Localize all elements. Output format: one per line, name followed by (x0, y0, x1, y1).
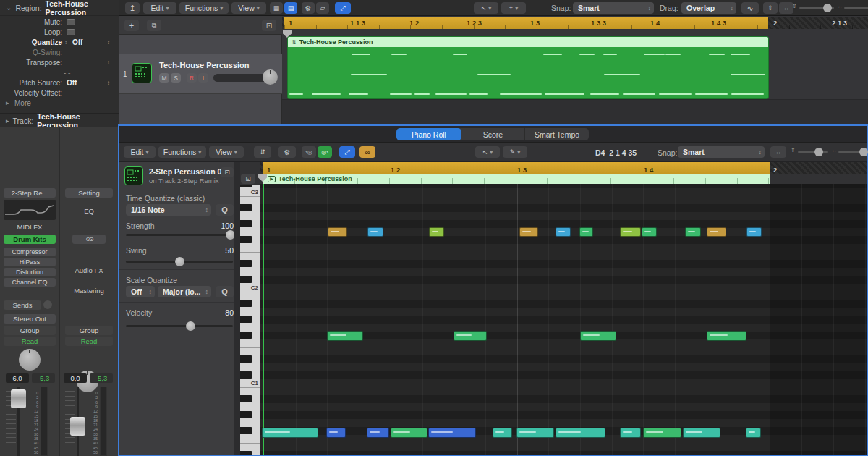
waveform-zoom-icon[interactable]: ∿ (741, 2, 759, 14)
scale-mode-select[interactable]: Major (lo...↕ (158, 286, 211, 297)
midi-note[interactable] (367, 227, 383, 237)
instrument-slot-button[interactable]: Drum Kits (4, 235, 56, 244)
tab-piano-roll[interactable]: Piano Roll (396, 128, 461, 140)
midi-note[interactable] (580, 331, 616, 341)
fader-cap[interactable] (70, 417, 85, 436)
pencil-tool-menu[interactable]: ✎▾ (503, 146, 527, 158)
automation-mode-button[interactable]: Read (4, 337, 56, 346)
solo-button[interactable]: S (171, 73, 181, 83)
collapse-lanes-icon[interactable]: ↔ (770, 146, 786, 158)
midi-note[interactable] (367, 428, 389, 438)
output-button[interactable]: Stereo Out (4, 314, 56, 324)
collapse-tracks-icon[interactable]: ↔ (779, 2, 793, 14)
patch-preset-button[interactable]: 2-Step Re... (4, 188, 56, 198)
eq-thumbnail[interactable] (4, 200, 56, 220)
midi-note[interactable] (327, 331, 363, 341)
audio-fx-slot-button[interactable]: Compressor (4, 248, 56, 256)
snap-select[interactable]: Smart↕ (573, 2, 654, 14)
stereo-format-button[interactable]: ⊙⊙ (72, 235, 106, 244)
disclosure-chevron-icon[interactable]: ▸ (6, 117, 9, 124)
black-key[interactable] (240, 395, 252, 402)
param-label[interactable]: More (14, 99, 31, 107)
edit-menu[interactable]: Edit▾ (124, 146, 156, 158)
midi-note[interactable] (429, 227, 444, 237)
track-pan-knob[interactable] (263, 69, 278, 85)
black-key[interactable] (240, 260, 252, 267)
black-key[interactable] (240, 236, 252, 243)
midi-note[interactable] (516, 428, 554, 438)
black-key[interactable] (240, 204, 252, 211)
marquee-icon[interactable]: ▱ (316, 2, 329, 14)
param-value[interactable]: Off (72, 38, 82, 46)
midi-note[interactable] (326, 428, 346, 438)
group-button[interactable]: Group (65, 326, 113, 335)
stepper-icon[interactable]: ↕ (107, 80, 110, 86)
swing-value[interactable]: 50 (206, 246, 234, 255)
local-inspector-button[interactable]: ⊡ (221, 167, 234, 177)
black-key[interactable] (240, 316, 252, 323)
record-enable-button[interactable]: R (187, 73, 197, 83)
tab-smart-tempo[interactable]: Smart Tempo (525, 128, 589, 140)
param-value[interactable]: Off (67, 79, 77, 87)
black-key[interactable] (240, 300, 252, 307)
black-key[interactable] (240, 276, 252, 283)
volume-value[interactable]: 0,0 (64, 373, 87, 383)
zoom-slider-knob[interactable] (814, 148, 823, 156)
black-key[interactable] (240, 427, 252, 434)
secondary-tool-menu[interactable]: +▾ (501, 2, 526, 14)
scale-quantize-apply-button[interactable]: Q (216, 286, 234, 297)
vertical-zoom-slider[interactable]: ⇕ (798, 151, 828, 153)
time-quantize-select[interactable]: 1/16 Note↕ (126, 204, 211, 216)
slider-knob[interactable] (186, 321, 195, 331)
link-icon[interactable]: ∞ (359, 146, 375, 158)
view-menu[interactable]: View▾ (209, 146, 244, 158)
velocity-slider[interactable] (126, 325, 233, 327)
stepper-icon[interactable]: ↕ (107, 39, 110, 46)
midi-out-icon[interactable]: ◎› (318, 146, 332, 158)
vertical-auto-zoom-icon[interactable]: ⇳ (763, 2, 778, 14)
setting-button[interactable]: Setting (65, 188, 113, 198)
add-track-button[interactable]: + (124, 20, 139, 31)
track-inspector-header[interactable]: ▸ Track: Tech-House Percussion (0, 113, 119, 127)
mastering-label[interactable]: Mastering (65, 287, 113, 295)
zoom-slider-knob[interactable] (859, 148, 868, 156)
horizontal-zoom-slider[interactable]: ↔ (838, 151, 864, 153)
stepper-icon[interactable]: ↕ (64, 39, 67, 46)
piano-keyboard[interactable]: C3C2C1 (240, 185, 260, 455)
midi-note[interactable] (746, 227, 762, 237)
more-disclosure[interactable]: ▸ (6, 99, 9, 106)
zoom-slider-knob[interactable] (823, 4, 832, 12)
automation-mode-button[interactable]: Read (65, 337, 113, 346)
fader-cap[interactable] (11, 389, 26, 408)
region-inspector-header[interactable]: ⌄ Region: Tech-House Percussion (0, 0, 119, 16)
midi-note[interactable] (556, 428, 605, 438)
midi-fx-label[interactable]: MIDI FX (4, 223, 56, 231)
swing-slider[interactable] (126, 261, 233, 263)
black-key[interactable] (240, 355, 252, 363)
slider-knob[interactable] (175, 257, 184, 266)
auto-define-velocity-icon[interactable]: ⇵ (254, 146, 271, 158)
black-key[interactable] (240, 411, 252, 418)
scale-root-select[interactable]: Off↕ (126, 286, 155, 297)
group-button[interactable]: Group (4, 326, 56, 335)
param-checkbox[interactable] (67, 29, 75, 35)
audio-fx-label[interactable]: Audio FX (65, 266, 113, 274)
midi-note[interactable] (746, 428, 761, 438)
mute-button[interactable]: M (159, 73, 169, 83)
grid-icon[interactable]: ▦ (270, 2, 283, 14)
velocity-value[interactable]: 80 (206, 308, 234, 317)
duplicate-track-button[interactable]: ⧉ (147, 20, 161, 31)
audio-fx-slot-button[interactable]: HiPass (4, 258, 56, 266)
pointer-tool-menu[interactable]: ↖▾ (475, 146, 500, 158)
midi-note[interactable] (493, 428, 512, 438)
catch-playhead-icon[interactable]: ⤢ (339, 146, 355, 158)
tab-score[interactable]: Score (461, 128, 525, 140)
catch-playhead-icon[interactable]: ⤢ (335, 2, 351, 14)
drag-select[interactable]: Overlap↕ (681, 2, 736, 14)
strength-slider[interactable] (126, 234, 233, 236)
input-monitor-button[interactable]: I (198, 73, 208, 83)
edit-menu[interactable]: Edit▾ (143, 2, 176, 14)
pointer-tool-menu[interactable]: ↖▾ (474, 2, 498, 14)
sends-label[interactable]: Sends (4, 300, 41, 310)
midi-note[interactable] (685, 227, 701, 237)
